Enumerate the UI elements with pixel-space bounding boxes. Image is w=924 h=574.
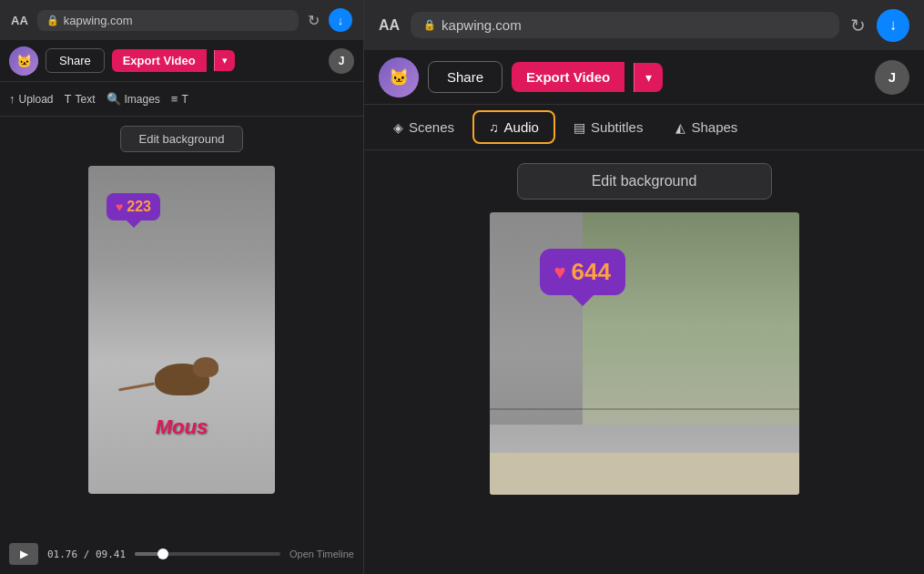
browser-bar-right: AA 🔒 kapwing.com ↻ ↓ xyxy=(364,0,924,50)
like-badge-left: ♥ 223 xyxy=(107,193,160,220)
share-button-left[interactable]: Share xyxy=(46,48,105,73)
shapes-icon: ◭ xyxy=(675,120,685,135)
tab-audio-label: Audio xyxy=(504,119,539,135)
avatar-img-left: 🐱 xyxy=(9,46,38,76)
tab-subtitles-label: Subtitles xyxy=(591,119,644,135)
video-preview-left: ♥ 223 Mous xyxy=(88,166,275,494)
user-avatar-left[interactable]: J xyxy=(329,48,354,74)
left-panel: AA 🔒 kapwing.com ↻ ↓ 🐱 Share Export Vide… xyxy=(0,0,364,574)
edit-background-button-right[interactable]: Edit background xyxy=(517,163,772,200)
like-count-left: 223 xyxy=(127,199,151,215)
rat-image-left xyxy=(146,341,218,395)
images-tool-left[interactable]: 🔍 Images xyxy=(107,92,160,106)
upload-icon-left: ↑ xyxy=(9,92,15,106)
timeline-bar-left: ▶ 01.76 / 09.41 Open Timeline xyxy=(0,534,363,574)
lock-icon-left: 🔒 xyxy=(46,15,59,26)
font-size-right[interactable]: AA xyxy=(379,17,400,34)
heart-icon-right: ♥ xyxy=(554,261,566,284)
play-button-left[interactable]: ▶ xyxy=(9,543,38,565)
tab-shapes[interactable]: ◭ Shapes xyxy=(661,112,752,142)
edit-bg-area-right: Edit background xyxy=(364,150,924,212)
nav-tabs-right: ◈ Scenes ♫ Audio ▤ Subtitles ◭ Shapes xyxy=(364,105,924,150)
address-bar-left[interactable]: 🔒 kapwing.com xyxy=(37,10,299,31)
like-count-right: 644 xyxy=(572,258,611,286)
scenes-icon: ◈ xyxy=(393,120,403,135)
avatar-right: 🐱 xyxy=(379,57,419,97)
video-preview-right: ♥ 644 xyxy=(490,212,799,495)
canvas-area-left: ♥ 223 Mous xyxy=(0,161,363,534)
browser-bar-left: AA 🔒 kapwing.com ↻ ↓ xyxy=(0,0,363,40)
tab-subtitles[interactable]: ▤ Subtitles xyxy=(559,112,658,142)
rat-tail-left xyxy=(118,383,155,392)
url-text-left: kapwing.com xyxy=(64,14,133,27)
refresh-icon-left[interactable]: ↻ xyxy=(308,12,320,29)
progress-thumb-left[interactable] xyxy=(157,548,168,559)
rat-head-left xyxy=(193,357,218,377)
url-text-right: kapwing.com xyxy=(442,17,522,33)
avatar-img-right: 🐱 xyxy=(379,57,419,97)
like-badge-right: ♥ 644 xyxy=(540,249,625,295)
tab-scenes-label: Scenes xyxy=(409,119,454,135)
tab-scenes[interactable]: ◈ Scenes xyxy=(379,112,469,142)
video-bg-right: ♥ 644 xyxy=(490,212,799,495)
export-button-left[interactable]: Export Video xyxy=(112,49,207,72)
more-icon-left: ≡ xyxy=(171,92,178,106)
toolbar-right: 🐱 Share Export Video ▾ J xyxy=(364,50,924,105)
edit-bg-area-left: Edit background xyxy=(0,117,363,161)
tab-shapes-label: Shapes xyxy=(691,119,737,135)
more-tool-left[interactable]: ≡ T xyxy=(171,92,188,106)
time-display-left: 01.76 / 09.41 xyxy=(47,548,126,560)
export-button-right[interactable]: Export Video xyxy=(512,62,624,92)
lock-icon-right: 🔒 xyxy=(423,19,436,31)
user-avatar-right[interactable]: J xyxy=(875,60,909,95)
text-overlay-left: Mous xyxy=(156,415,208,439)
video-bg-left: ♥ 223 Mous xyxy=(88,166,275,494)
pavement-line xyxy=(490,408,799,410)
right-panel: AA 🔒 kapwing.com ↻ ↓ 🐱 Share Export Vide… xyxy=(364,0,924,574)
progress-bar-left[interactable] xyxy=(135,552,280,556)
export-dropdown-right[interactable]: ▾ xyxy=(634,63,663,92)
canvas-area-right: ♥ 644 xyxy=(364,212,924,574)
text-icon-left: T xyxy=(65,92,72,106)
ground-right xyxy=(490,453,799,496)
toolbar-left: 🐱 Share Export Video ▾ J xyxy=(0,40,363,82)
font-size-left[interactable]: AA xyxy=(11,14,28,27)
text-tool-left[interactable]: T Text xyxy=(65,92,96,106)
images-icon-left: 🔍 xyxy=(107,92,121,106)
audio-icon: ♫ xyxy=(489,120,499,135)
upload-tool-left[interactable]: ↑ Upload xyxy=(9,92,54,106)
refresh-icon-right[interactable]: ↻ xyxy=(850,15,866,36)
play-icon-left: ▶ xyxy=(20,548,28,560)
share-button-right[interactable]: Share xyxy=(428,61,503,93)
avatar-left: 🐱 xyxy=(9,46,38,76)
download-button-left[interactable]: ↓ xyxy=(329,8,352,32)
subtitles-icon: ▤ xyxy=(574,120,585,135)
address-bar-right[interactable]: 🔒 kapwing.com xyxy=(411,12,839,38)
export-dropdown-left[interactable]: ▾ xyxy=(214,50,235,71)
edit-background-button-left[interactable]: Edit background xyxy=(120,126,244,152)
heart-icon-left: ♥ xyxy=(116,200,123,214)
download-button-right[interactable]: ↓ xyxy=(877,9,909,42)
tools-bar-left: ↑ Upload T Text 🔍 Images ≡ T xyxy=(0,82,363,117)
open-timeline-button-left[interactable]: Open Timeline xyxy=(289,548,354,559)
tab-audio[interactable]: ♫ Audio xyxy=(472,110,555,144)
